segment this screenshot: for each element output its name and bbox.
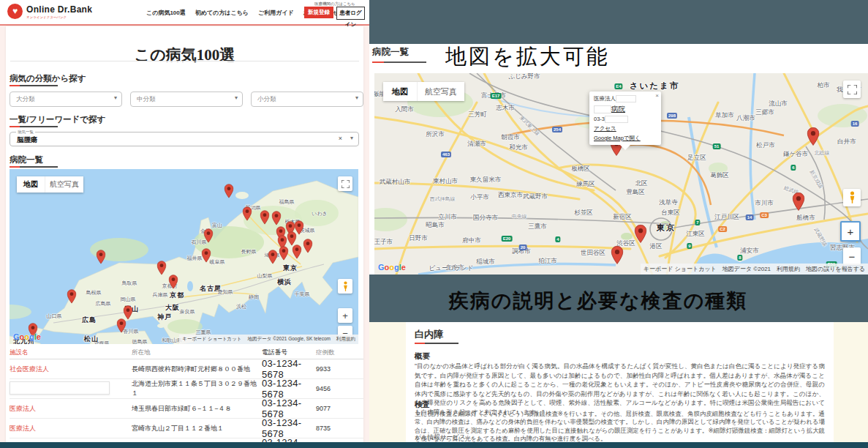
map-place-label: 岐阜県 [210, 258, 225, 266]
overview-paragraph: "目のなかの水晶体と呼ばれる部分が白く濁る病気。目の水晶体を構成するたんぱく質が… [415, 362, 825, 417]
map-place-label: 稲城市 [476, 258, 495, 266]
site-logo[interactable]: ♥ Online Dr.Bank オンラインドクターバンク [7, 4, 92, 19]
map-place-label: 所沢市 [426, 130, 445, 139]
zoom-out-button[interactable]: − [843, 247, 861, 265]
nav-item[interactable]: この病気100選 [146, 9, 186, 17]
map-pin-icon[interactable] [243, 206, 252, 224]
map-zoom-annotation: 地図を拡大可能 [445, 42, 610, 72]
redaction-box [605, 116, 628, 123]
table-row[interactable]: 社会医療法人長崎県西彼杵郡時津町元村郷８００番地03-1234-56789933 [10, 359, 363, 379]
map-pin-icon[interactable] [204, 228, 214, 246]
map-pin-icon[interactable] [611, 245, 624, 267]
map-pin-icon[interactable] [202, 248, 211, 266]
chevron-down-icon[interactable]: ▾ [350, 135, 353, 141]
pegman-control[interactable] [843, 189, 861, 206]
map-pin-icon[interactable] [157, 261, 167, 278]
popup-open-gmap-link[interactable]: Google Mapで開く [594, 135, 657, 142]
page-title: この病気100選 [6, 45, 363, 65]
map-pin-icon[interactable] [67, 289, 77, 307]
select-medium-category[interactable]: 中分類 ▾ [130, 92, 243, 107]
patient-login-button[interactable]: 患者ログイン [336, 7, 365, 20]
map-pin-icon[interactable] [279, 246, 289, 264]
map-type-map-button[interactable]: 地図 [17, 176, 45, 193]
map-pin-icon[interactable] [224, 184, 234, 201]
category-selects: 大分類 ▾ 中分類 ▾ 小分類 ▾ [10, 92, 363, 107]
table-row[interactable]: 医療法人埼玉県春日部市緑町６−１１−４８03-1234-56789077 [10, 399, 363, 419]
fullscreen-button[interactable] [338, 176, 352, 191]
clear-icon[interactable]: × [339, 135, 342, 142]
map-pin-icon[interactable] [303, 239, 313, 256]
disease-search-input[interactable]: 病気一覧 脳腫瘍 × ▾ [10, 132, 359, 146]
map-place-label: 島根県 [86, 289, 102, 296]
map-pin-icon[interactable] [635, 224, 647, 246]
map-place-label: 浦安市 [740, 247, 759, 255]
zoom-in-button[interactable]: + [840, 221, 861, 242]
select-large-category[interactable]: 大分類 ▾ [10, 92, 122, 107]
map-pin-icon[interactable] [260, 210, 270, 228]
map-type-satellite-button[interactable]: 航空写真 [45, 176, 83, 193]
select-placeholder: 大分類 [16, 95, 35, 104]
table-row[interactable]: 北海道士別市東１１条５丁目３０２９番地１03-1234-56789456 [10, 379, 363, 399]
terms-link[interactable]: 利用規約 [336, 336, 355, 343]
map-pin-icon[interactable] [117, 318, 127, 336]
table-row[interactable]: 医療法人宮崎市丸山２丁目１１２番地１03-1234-56788735 [10, 419, 363, 438]
map-place-label: 岡山県 [121, 296, 136, 303]
pegman-control[interactable] [338, 279, 352, 294]
map-pin-icon[interactable] [293, 244, 302, 262]
map-place-label: 三芳町 [468, 111, 487, 119]
popup-hospital-link[interactable]: 病院 [594, 105, 657, 114]
overview-heading: 概要 [415, 351, 430, 362]
facility-name-link[interactable]: 医療法人 [10, 424, 125, 433]
road-shield-icon: 463 [441, 152, 451, 157]
tokyo-map[interactable]: ふじみ野市富士見市さいたま市武蔵野線柏市我孫子市飯能市狭山市入間市三芳町志木市東… [374, 73, 868, 275]
facility-name-link[interactable] [10, 381, 125, 396]
map-pin-icon[interactable] [268, 250, 278, 267]
disease-description-card: 白内障 概要 "目のなかの水晶体と呼ばれる部分が白く濁る病気。目の水晶体を構成す… [406, 322, 834, 443]
map-attribution: キーボード ショートカット 地図データ ©2021 Google, SK tel… [179, 335, 358, 344]
medical-institution-link[interactable]: 医療機関の方はこちら [314, 1, 355, 7]
facility-name-link[interactable]: 医療法人 [10, 404, 125, 414]
map-type-toggle: 地図 航空写真 [383, 82, 464, 101]
close-icon[interactable]: × [655, 92, 659, 99]
map-place-label: 東村山市 [433, 177, 458, 186]
map-place-label: 江戸川区 [714, 213, 739, 222]
nav-item[interactable]: 初めての方はこちら [195, 9, 249, 17]
map-pin-icon[interactable] [793, 192, 805, 214]
map-pin-icon[interactable] [807, 127, 820, 149]
map-pin-icon[interactable] [169, 275, 178, 292]
facility-address: 長崎県西彼杵郡時津町元村郷８００番地 [132, 365, 257, 374]
map-pin-icon[interactable] [97, 250, 106, 267]
zoom-in-button[interactable]: + [338, 308, 352, 323]
map-place-label: 江東区 [686, 230, 705, 239]
register-button[interactable]: 新規登録 [304, 7, 333, 18]
japan-map[interactable]: 新潟県福島県いわき栃木県茨城県富山金沢石川県福井県長野県埼玉県岐阜県山梨県東京横… [10, 169, 358, 344]
source-link[interactable]: がん情報サービス [415, 433, 466, 442]
select-small-category[interactable]: 小分類 ▾ [251, 92, 363, 107]
map-type-satellite-button[interactable]: 航空写真 [417, 82, 464, 101]
pegman-icon [848, 191, 856, 204]
fullscreen-button[interactable] [843, 81, 861, 98]
keyboard-shortcuts-link[interactable]: キーボード ショートカット [644, 265, 717, 273]
nav-item[interactable]: ご利用ガイド [258, 9, 294, 17]
map-place-label: 福島県 [279, 198, 295, 206]
map-place-label: 東久留米市 [470, 176, 502, 184]
popup-org: 医療法人 [594, 95, 616, 102]
hospital-table: 施設名所在地電話番号症例数社会医療法人長崎県西彼杵郡時津町元村郷８００番地03-… [10, 347, 363, 448]
map-type-map-button[interactable]: 地図 [383, 82, 417, 101]
road-shield-icon: C2 [718, 226, 727, 232]
report-map-error-link[interactable]: 地図の誤りを報告する [806, 265, 865, 273]
facility-name-link[interactable]: 社会医療法人 [10, 365, 125, 374]
top-slate-band [369, 0, 868, 44]
map-type-toggle: 地図 航空写真 [17, 176, 83, 193]
select-placeholder: 小分類 [257, 95, 276, 104]
map-place-label: いわき [312, 210, 328, 217]
hospital-info-window: × 医療法人 病院 03-3 アクセス Google Mapで開く [589, 92, 661, 145]
road-shield-icon: 4 [555, 236, 560, 242]
terms-link[interactable]: 利用規約 [777, 265, 800, 273]
map-data-text: 地図データ ©2021 [722, 265, 771, 273]
keyboard-shortcuts-link[interactable]: キーボード ショートカット [182, 336, 241, 343]
popup-access-link[interactable]: アクセス [594, 125, 657, 132]
fullscreen-icon [341, 180, 350, 188]
chevron-down-icon: ▾ [114, 94, 117, 101]
map-place-label: 奈良県 [180, 308, 195, 316]
